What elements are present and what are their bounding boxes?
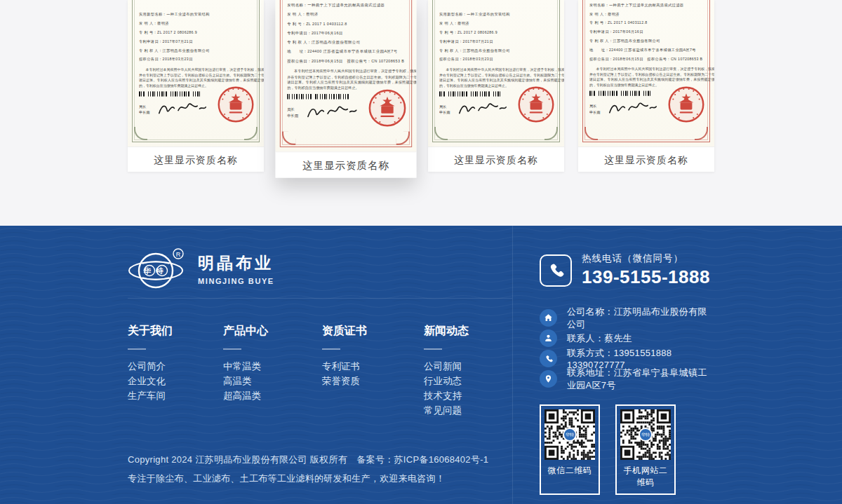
official-seal-icon [667,85,706,124]
barcode [439,92,502,97]
cert-line: 专 利 号：ZL 2017 1 0403112.8 [287,19,416,28]
divider [128,348,146,350]
cert-line: 专利申请日：2017年06月16日 [287,29,416,38]
contact-row-company: 公司名称：江苏明晶布业股份有限公司 [540,308,714,328]
certificate-image: 发明名称：一种易于上下过滤单元的耐高温袋式过滤器 发 明 人：蔡明济 专 利 号… [276,0,417,151]
certificate-cards: 实用新型名称：一种工业滤布的安装结构 发 明 人：蔡明济 专 利 号：ZL 20… [128,0,714,172]
cert-line: 专 利 号：ZL 2017 2 0806286.9 [139,28,264,37]
hotline: 热线电话（微信同号） 139-5155-1888 [540,252,714,288]
nav-link[interactable]: 常见问题 [424,403,469,418]
copyright: Copyright 2024 江苏明晶布业股份有限公司 版权所有 备案号：苏IC… [128,450,512,488]
certificate-image: 发明名称：一种易于上下过滤单元的耐高温袋式过滤器 发 明 人：蔡明济 专 利 号… [578,0,714,147]
cert-line: 专 利 权 人：江苏明晶布业股份有限公司 [439,46,564,55]
qr-center-logo: 华特 [639,428,653,442]
cert-line: 实用新型名称：一种工业滤布的安装结构 [139,10,264,19]
divider [322,348,340,350]
official-seal-icon [367,88,408,128]
mobile-site-qr: 华特 手机网站二维码 [615,404,676,495]
cert-line: 专 利 权 人：江苏明晶布业股份有限公司 [139,46,264,55]
nav-column-news: 新闻动态 公司新闻 行业动态 技术支持 常见问题 [424,324,469,418]
copyright-line-1: Copyright 2024 江苏明晶布业股份有限公司 版权所有 备案号：苏IC… [128,450,512,469]
cert-line: 授权公告日：2018年03月23日 [139,55,264,64]
divider [223,348,241,350]
nav-link[interactable]: 超高温类 [223,388,322,403]
certificate-caption: 这里显示资质名称 [276,151,417,177]
signature-icon [305,104,358,121]
cert-line: 地 址：224400 江苏省盐城市阜宁县阜城镇工业园A区7号 [287,47,416,56]
cert-line: 地 址：224400 江苏省盐城市阜宁县阜城镇工业园A区7号 [589,46,714,55]
nav-column-certificates: 资质证书 专利证书 荣誉资质 [322,324,424,418]
nav-title-about[interactable]: 关于我们 [128,324,223,339]
hotline-number: 139-5155-1888 [582,266,710,288]
signature-icon [456,101,508,117]
contact-text: 联系地址：江苏省阜宁县阜城镇工业园A区7号 [567,367,714,392]
svg-text:R: R [176,251,181,258]
cert-line: 专利申请日：2017年07月21日 [139,37,264,46]
cert-line: 专 利 号：ZL 2017 1 0403112.8 [589,18,714,27]
hotline-label: 热线电话（微信同号） [582,252,710,265]
cert-line: 发 明 人：蔡明济 [139,19,264,28]
barcode [287,94,352,99]
nav-link[interactable]: 中常温类 [223,359,322,374]
certificate-card-4[interactable]: 发明名称：一种易于上下过滤单元的耐高温袋式过滤器 发 明 人：蔡明济 专 利 号… [578,0,714,172]
cert-line: 专利申请日：2017年07月21日 [439,37,564,46]
footer: 华特 R 明晶布业 MINGJING BUYE 关于我们 公司简介 [0,226,842,504]
nav-column-products: 产品中心 中常温类 高温类 超高温类 [223,324,322,418]
official-seal-icon [216,85,255,124]
footer-right: 热线电话（微信同号） 139-5155-1888 公司名称：江苏明晶布业股份有限… [513,226,714,504]
svg-text:华特: 华特 [143,266,168,275]
official-seal-icon [516,85,556,124]
nav-title-certificates[interactable]: 资质证书 [322,324,424,339]
contact-text: 联系人：蔡先生 [567,332,632,345]
certificate-card-3[interactable]: 实用新型名称：一种工业滤布的安装结构 发 明 人：蔡明济 专 利 号：ZL 20… [428,0,564,172]
cert-line: 专 利 号：ZL 2017 2 0806286.9 [439,28,564,37]
cert-line: 发明名称：一种易于上下过滤单元的耐高温袋式过滤器 [589,1,714,10]
certificate-image: 实用新型名称：一种工业滤布的安装结构 发 明 人：蔡明济 专 利 号：ZL 20… [128,0,264,147]
wechat-qr: 华特 微信二维码 [540,404,600,495]
qr-label: 手机网站二维码 [620,465,671,489]
nav-link[interactable]: 专利证书 [322,359,424,374]
qr-label: 微信二维码 [544,465,595,477]
page: 实用新型名称：一种工业滤布的安装结构 发 明 人：蔡明济 专 利 号：ZL 20… [0,0,842,504]
nav-link[interactable]: 公司新闻 [424,359,469,374]
cert-line: 发 明 人：蔡明济 [589,10,714,19]
certificate-image: 实用新型名称：一种工业滤布的安装结构 发 明 人：蔡明济 专 利 号：ZL 20… [428,0,564,147]
location-icon [540,370,557,388]
certificate-card-1[interactable]: 实用新型名称：一种工业滤布的安装结构 发 明 人：蔡明济 专 利 号：ZL 20… [128,0,264,172]
home-icon [540,309,557,327]
nav-link[interactable]: 生产车间 [128,388,223,403]
nav-link[interactable]: 行业动态 [424,374,469,388]
nav-title-news[interactable]: 新闻动态 [424,324,469,339]
cert-line: 授权公告日：2018年06月15日 授权公告号：CN 107208653 B [589,55,714,64]
nav-link[interactable]: 企业文化 [128,374,223,388]
certificate-caption: 这里显示资质名称 [128,147,264,172]
brand-logo[interactable]: 华特 R 明晶布业 MINGJING BUYE [128,243,512,294]
nav-title-products[interactable]: 产品中心 [223,324,322,339]
cert-line: 授权公告日：2018年03月23日 [439,55,564,64]
certificate-card-2[interactable]: 发明名称：一种易于上下过滤单元的耐高温袋式过滤器 发 明 人：蔡明济 专 利 号… [276,0,417,178]
cert-line: 发 明 人：蔡明济 [287,10,416,19]
contact-text: 公司名称：江苏明晶布业股份有限公司 [567,306,714,331]
nav-link[interactable]: 高温类 [223,374,322,388]
certificates-section: 实用新型名称：一种工业滤布的安装结构 发 明 人：蔡明济 专 利 号：ZL 20… [0,0,842,226]
brand-name-zh: 明晶布业 [198,252,274,274]
person-icon [540,329,557,347]
cert-line: 实用新型名称：一种工业滤布的安装结构 [439,10,564,19]
nav-link[interactable]: 荣誉资质 [322,374,424,388]
certificate-caption: 这里显示资质名称 [578,147,714,172]
globe-logo-icon: 华特 R [128,245,187,292]
contact-list: 公司名称：江苏明晶布业股份有限公司 联系人：蔡先生 联系方式：139515518… [540,308,714,389]
qr-center-logo: 华特 [563,428,577,442]
cert-line: 专 利 权 人：江苏明晶布业股份有限公司 [589,36,714,46]
cert-line: 专利申请日：2017年06月16日 [589,27,714,36]
cert-line: 发 明 人：蔡明济 [439,19,564,28]
nav-link[interactable]: 公司简介 [128,359,223,374]
cert-line: 专 利 权 人：江苏明晶布业股份有限公司 [287,38,416,47]
cert-line: 发明名称：一种易于上下过滤单元的耐高温袋式过滤器 [287,1,416,10]
signature-icon [156,101,208,117]
footer-left: 华特 R 明晶布业 MINGJING BUYE 关于我们 公司简介 [128,226,512,504]
hotline-phone-icon [540,254,572,287]
nav-link[interactable]: 技术支持 [424,388,469,403]
barcode [589,91,653,96]
contact-row-address: 联系地址：江苏省阜宁县阜城镇工业园A区7号 [540,369,714,389]
